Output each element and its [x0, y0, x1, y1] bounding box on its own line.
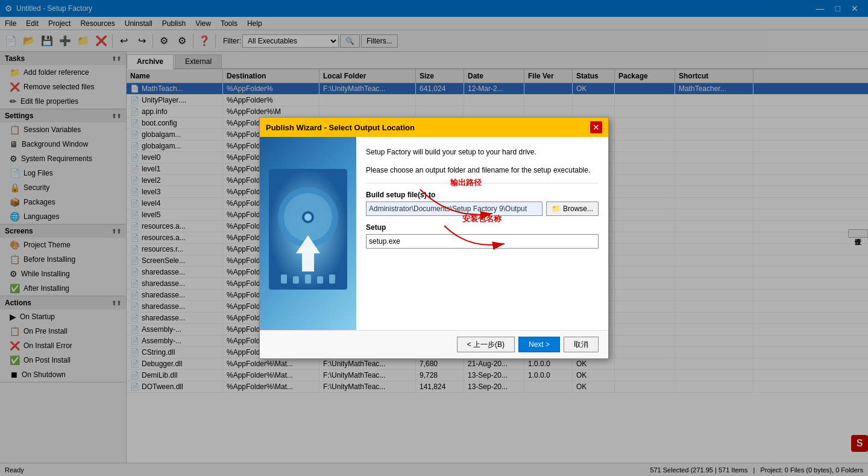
browse-label: Browse...: [563, 205, 593, 213]
back-button[interactable]: < 上一步(B): [457, 337, 515, 352]
browse-icon: 📁: [552, 205, 561, 213]
dialog-divider1: [366, 183, 599, 183]
dialog-setup-field: Setup: [366, 223, 599, 249]
annotation-area: 输出路径 安装包名称: [366, 256, 599, 292]
dialog-body: Setup Factory will build your setup to y…: [260, 137, 608, 330]
dialog-image-content: [269, 169, 347, 299]
dialog-content: Setup Factory will build your setup to y…: [356, 137, 608, 330]
dialog-image: [260, 137, 356, 330]
dialog-build-input[interactable]: [366, 202, 542, 216]
dialog-desc1: Setup Factory will build your setup to y…: [366, 147, 599, 157]
dialog-overlay: Publish Wizard - Select Output Location …: [0, 0, 868, 476]
next-button[interactable]: Next >: [518, 337, 560, 352]
dialog-close-button[interactable]: ✕: [590, 121, 602, 133]
publish-dialog: Publish Wizard - Select Output Location …: [259, 117, 609, 359]
svg-rect-8: [305, 274, 311, 284]
dialog-setup-input[interactable]: [366, 234, 599, 249]
dialog-titlebar: Publish Wizard - Select Output Location …: [260, 118, 608, 137]
dialog-title: Publish Wizard - Select Output Location: [266, 123, 415, 132]
svg-rect-6: [281, 274, 287, 284]
dialog-setup-row: [366, 234, 599, 249]
dialog-desc2: Please choose an output folder and filen…: [366, 165, 599, 176]
dialog-build-field: Build setup file(s) to 📁 Browse...: [366, 191, 599, 216]
dialog-setup-label: Setup: [366, 223, 599, 232]
svg-rect-9: [317, 276, 323, 284]
browse-button[interactable]: 📁 Browse...: [546, 202, 599, 216]
svg-point-4: [304, 214, 312, 221]
cancel-button[interactable]: 取消: [564, 337, 599, 352]
svg-rect-7: [293, 276, 299, 284]
dialog-build-label: Build setup file(s) to: [366, 191, 599, 199]
svg-rect-10: [329, 274, 335, 284]
dialog-footer: < 上一步(B) Next > 取消: [260, 330, 608, 358]
dialog-build-row: 📁 Browse...: [366, 202, 599, 216]
